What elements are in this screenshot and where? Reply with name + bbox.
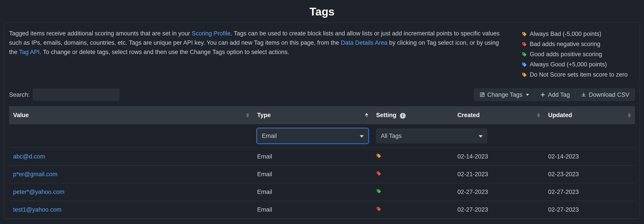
col-created-label: Created xyxy=(457,112,480,118)
col-type-label: Type xyxy=(257,112,271,118)
table-row[interactable]: p*er@gmail.com Email 02-21-2023 02-23-20… xyxy=(9,166,635,183)
legend-item: Good adds positive scoring xyxy=(522,49,635,60)
type-filter-select[interactable]: Email xyxy=(257,129,368,143)
legend: Always Bad (-5,000 points)Bad adds negat… xyxy=(522,29,635,80)
sort-icon xyxy=(537,113,540,117)
updated-cell: 02-23-2023 xyxy=(544,166,635,183)
description-text: Tagged items receive additional scoring … xyxy=(9,29,508,80)
legend-text: Always Bad (-5,000 points) xyxy=(530,29,602,39)
tag-value-link[interactable]: peter*@yahoo.com xyxy=(13,189,64,195)
table-row[interactable]: test1@yahoo.com Email 02-27-2023 02-27-2… xyxy=(9,201,635,219)
tags-table: Value Type Setting i Created Updated xyxy=(9,106,635,219)
tag-icon xyxy=(522,42,527,47)
setting-filter-select[interactable]: All Tags xyxy=(376,129,487,143)
table-row[interactable]: abc@d.com Email 02-14-2023 02-14-2023 xyxy=(9,148,635,166)
tag-value-link[interactable]: test1@yahoo.com xyxy=(13,206,62,213)
legend-text: Do Not Score sets item score to zero xyxy=(530,70,628,80)
legend-item: Bad adds negative scoring xyxy=(522,39,635,49)
info-icon[interactable]: i xyxy=(400,113,406,119)
search-label: Search: xyxy=(9,91,30,98)
tag-type-cell: Email xyxy=(253,166,372,183)
tag-value-link[interactable]: abc@d.com xyxy=(13,153,45,160)
download-csv-label: Download CSV xyxy=(589,91,629,98)
main-panel: Tagged items receive additional scoring … xyxy=(4,23,640,219)
desc-part4: . To change or delete tags, select rows … xyxy=(40,49,290,55)
search-input[interactable] xyxy=(33,89,120,101)
tag-icon xyxy=(522,62,527,67)
change-tags-label: Change Tags xyxy=(487,91,522,98)
svg-rect-1 xyxy=(480,93,484,97)
col-value-label: Value xyxy=(13,112,29,118)
col-created[interactable]: Created xyxy=(453,107,544,124)
updated-cell: 02-14-2023 xyxy=(544,148,635,166)
legend-item: Always Good (+5,000 points) xyxy=(522,60,635,70)
tag-icon xyxy=(376,153,382,158)
tag-value-link[interactable]: p*er@gmail.com xyxy=(13,171,58,178)
col-updated[interactable]: Updated xyxy=(544,107,635,124)
created-cell: 02-27-2023 xyxy=(453,201,544,219)
tag-icon xyxy=(376,189,382,194)
tag-icon xyxy=(522,31,527,37)
chevron-down-icon xyxy=(526,94,529,96)
legend-item: Always Bad (-5,000 points) xyxy=(522,29,635,39)
created-cell: 02-27-2023 xyxy=(453,183,544,201)
sort-icon xyxy=(246,113,249,117)
tag-type-cell: Email xyxy=(253,183,372,201)
tag-icon xyxy=(376,206,382,212)
desc-part1: Tagged items receive additional scoring … xyxy=(9,30,192,37)
col-updated-label: Updated xyxy=(548,112,572,118)
tag-type-cell: Email xyxy=(253,201,372,219)
legend-text: Always Good (+5,000 points) xyxy=(530,60,607,70)
tag-icon xyxy=(522,52,527,57)
col-setting-label: Setting xyxy=(376,112,396,118)
sort-icon xyxy=(628,113,631,117)
add-tag-label: Add Tag xyxy=(548,91,570,98)
table-row[interactable]: peter*@yahoo.com Email 02-27-2023 02-27-… xyxy=(9,183,635,201)
updated-cell: 02-27-2023 xyxy=(544,183,635,201)
change-tags-button[interactable]: Change Tags xyxy=(474,89,535,101)
legend-text: Good adds positive scoring xyxy=(530,49,602,60)
tag-api-link[interactable]: Tag API xyxy=(19,49,40,55)
sort-icon xyxy=(365,113,368,117)
col-type[interactable]: Type xyxy=(253,107,372,124)
edit-icon xyxy=(479,92,485,98)
created-cell: 02-21-2023 xyxy=(453,166,544,183)
scoring-profile-link[interactable]: Scoring Profile xyxy=(192,30,230,37)
tag-type-cell: Email xyxy=(253,148,372,166)
tag-icon xyxy=(376,171,382,176)
download-icon xyxy=(581,92,586,98)
col-setting[interactable]: Setting i xyxy=(372,107,454,124)
updated-cell: 02-27-2023 xyxy=(544,201,635,219)
page-title: Tags xyxy=(0,0,644,23)
legend-item: Do Not Score sets item score to zero xyxy=(522,70,635,80)
created-cell: 02-14-2023 xyxy=(453,148,544,166)
col-value[interactable]: Value xyxy=(9,107,253,124)
legend-text: Bad adds negative scoring xyxy=(530,39,600,49)
filter-row: Email All Tags xyxy=(9,124,635,148)
plus-icon xyxy=(540,92,546,98)
button-group: Change Tags Add Tag Download CSV xyxy=(474,89,635,101)
download-csv-button[interactable]: Download CSV xyxy=(576,89,635,101)
tag-icon xyxy=(522,72,527,78)
data-details-link[interactable]: Data Details Area xyxy=(341,39,388,46)
add-tag-button[interactable]: Add Tag xyxy=(534,89,576,101)
